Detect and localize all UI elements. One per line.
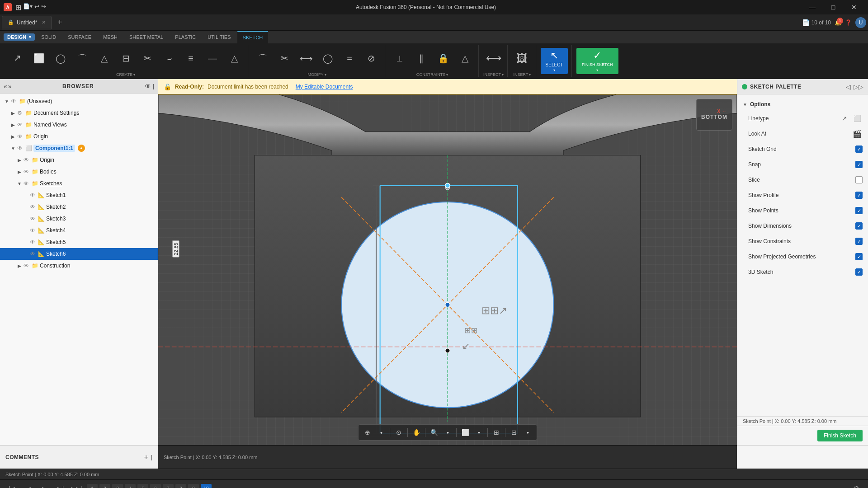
tree-item-construction[interactable]: ▶ 👁 📁 Construction <box>0 260 158 272</box>
spline-tool-button[interactable]: ✂ <box>137 47 157 70</box>
tree-item-doc-settings[interactable]: ▶ ⚙ 📁 Document Settings <box>0 107 158 119</box>
viewport[interactable]: ⊞⊞↗ ↙ ⊞⊞ 12.65 22.85 X ← BOTTOM ⊕ ▾ <box>158 94 737 445</box>
vt-arrow-dropdown[interactable]: ▾ <box>375 426 387 439</box>
linetype-icon1[interactable]: ↗ <box>839 113 850 124</box>
tab-sketch[interactable]: SKETCH <box>237 31 269 43</box>
eye-named-views[interactable]: 👁 <box>17 122 24 128</box>
sketch-canvas[interactable]: ⊞⊞↗ ↙ ⊞⊞ 12.65 <box>158 94 737 445</box>
rectangle-tool-button[interactable]: ⬜ <box>29 47 49 70</box>
insert-group-label[interactable]: INSERT ▾ <box>514 72 531 77</box>
offset-tool-button[interactable]: ⊘ <box>361 47 381 70</box>
show-profile-checkbox[interactable]: ✓ <box>855 192 863 199</box>
timeline-frame-2[interactable]: 2 <box>99 484 110 488</box>
view-options-button[interactable]: ⊟ <box>508 426 520 439</box>
timeline-frame-5[interactable]: 5 <box>137 484 148 488</box>
display-dropdown[interactable]: ▾ <box>472 426 485 439</box>
view-options-dropdown[interactable]: ▾ <box>521 426 534 439</box>
tab-mesh[interactable]: MESH <box>98 31 123 43</box>
extend-tool-button[interactable]: ⟷ <box>296 47 316 70</box>
new-tab-button[interactable]: + <box>53 16 66 29</box>
tab-sheet-metal[interactable]: SHEET METAL <box>124 31 169 43</box>
pan-button[interactable]: ✋ <box>410 426 423 439</box>
sketch-grid-checkbox[interactable]: ✓ <box>855 145 863 153</box>
tab-utilities[interactable]: UTILITIES <box>202 31 236 43</box>
constraint3-button[interactable]: 🔒 <box>433 47 453 70</box>
break-tool-button[interactable]: ◯ <box>318 47 338 70</box>
create-group-label[interactable]: CREATE ▾ <box>116 72 135 77</box>
line-tool-button[interactable]: ↗ <box>7 47 27 70</box>
expand-construction[interactable]: ▶ <box>16 263 23 268</box>
timeline-frame-7[interactable]: 7 <box>163 484 174 488</box>
grid-toggle-button[interactable]: ⊞ <box>490 426 503 439</box>
sketch-palette-collapse-button[interactable]: ◁ <box>846 83 851 90</box>
fillet-tool-button[interactable]: ⌒ <box>253 47 273 70</box>
browser-eye-button[interactable]: 👁 <box>145 83 151 90</box>
eye-bodies[interactable]: 👁 <box>24 169 31 175</box>
maximize-button[interactable]: □ <box>823 0 844 14</box>
expand-component1[interactable]: ▼ <box>10 146 16 151</box>
eye-sketch5[interactable]: 👁 <box>30 239 37 245</box>
arc-tool-button[interactable]: ⌒ <box>72 47 92 70</box>
circle-tool-button[interactable]: ◯ <box>51 47 71 70</box>
modify-group-label[interactable]: MODIFY ▾ <box>308 72 326 77</box>
eye-doc-settings[interactable]: ⚙ <box>17 110 24 116</box>
eye-origin2[interactable]: 👁 <box>24 157 31 163</box>
constraint4-button[interactable]: △ <box>455 47 475 70</box>
playback-to-start-button[interactable]: |◀ <box>5 483 18 488</box>
grid-menu-button[interactable]: ⊞ <box>15 3 21 12</box>
center-point[interactable] <box>445 302 450 307</box>
show-points-checkbox[interactable]: ✓ <box>855 207 863 214</box>
tree-item-named-views[interactable]: ▶ 👁 📁 Named Views <box>0 119 158 131</box>
show-constraints-checkbox[interactable]: ✓ <box>855 238 863 245</box>
orbit-button[interactable]: ⊙ <box>392 426 405 439</box>
view-cube[interactable]: X ← BOTTOM <box>696 99 732 131</box>
tree-item-sketches[interactable]: ▼ 👁 📁 Sketches <box>0 178 158 189</box>
eye-sketches[interactable]: 👁 <box>24 180 31 187</box>
minimize-button[interactable]: — <box>802 0 823 14</box>
eye-sketch6[interactable]: 👁 <box>30 251 37 257</box>
expand-unsaved[interactable]: ▼ <box>4 99 10 104</box>
playback-prev-button[interactable]: ◀ <box>22 483 34 488</box>
inspect-button[interactable]: ⟷ <box>484 47 504 70</box>
undo-button[interactable]: ↩ <box>34 3 39 12</box>
playback-next-button[interactable]: ▶| <box>54 483 67 488</box>
finish-sketch-button[interactable]: ✓ FINISH SKETCH ▾ <box>576 48 618 74</box>
notification-bell[interactable]: 🔔 1 <box>835 19 841 26</box>
zoom-dropdown[interactable]: ▾ <box>441 426 454 439</box>
timeline-frame-6[interactable]: 6 <box>150 484 161 488</box>
slot-tool-button[interactable]: ⊟ <box>116 47 136 70</box>
browser-back-button[interactable]: « <box>4 83 7 90</box>
tree-item-origin[interactable]: ▶ 👁 📁 Origin <box>0 131 158 142</box>
eye-construction[interactable]: 👁 <box>24 263 31 269</box>
bottom-point[interactable] <box>445 348 450 353</box>
trim-tool-button[interactable]: ✂ <box>274 47 294 70</box>
tree-item-bodies[interactable]: ▶ 👁 📁 Bodies <box>0 166 158 178</box>
tree-item-sketch6[interactable]: ▶ 👁 📐 Sketch6 <box>0 248 158 260</box>
expand-origin2[interactable]: ▶ <box>16 158 23 163</box>
tree-item-sketch3[interactable]: ▶ 👁 📐 Sketch3 <box>0 213 158 225</box>
tree-item-unsaved[interactable]: ▼ 👁 📁 (Unsaved) <box>0 95 158 107</box>
more-tool-button[interactable]: — <box>203 47 222 70</box>
eye-component1[interactable]: 👁 <box>17 145 24 151</box>
timeline-frame-1[interactable]: 1 <box>87 484 98 488</box>
tree-item-sketch4[interactable]: ▶ 👁 📐 Sketch4 <box>0 225 158 236</box>
timeline-frame-3[interactable]: 3 <box>112 484 123 488</box>
polygon-tool-button[interactable]: △ <box>94 47 114 70</box>
document-tab[interactable]: 🔒 Untitled* ✕ <box>2 16 52 29</box>
inspect-group-label[interactable]: INSPECT ▾ <box>483 72 504 77</box>
expand-doc-settings[interactable]: ▶ <box>10 111 16 116</box>
zoom-button[interactable]: 🔍 <box>428 426 440 439</box>
tree-item-sketch2[interactable]: ▶ 👁 📐 Sketch2 <box>0 201 158 213</box>
show-projected-checkbox[interactable]: ✓ <box>855 253 863 260</box>
help-button[interactable]: ❓ <box>845 19 852 26</box>
hatch-tool-button[interactable]: ≡ <box>181 47 201 70</box>
design-dropdown-button[interactable]: DESIGN ▾ <box>4 33 35 41</box>
expand-bodies[interactable]: ▶ <box>16 169 23 174</box>
display-mode-button[interactable]: ⬜ <box>459 426 472 439</box>
conic-tool-button[interactable]: ⌣ <box>159 47 179 70</box>
tree-item-origin2[interactable]: ▶ 👁 📁 Origin <box>0 154 158 166</box>
snap-checkbox[interactable]: ✓ <box>855 161 863 168</box>
tab-solid[interactable]: SOLID <box>36 31 61 43</box>
3d-sketch-checkbox[interactable]: ✓ <box>855 268 863 276</box>
comments-add-button[interactable]: + <box>144 453 148 461</box>
